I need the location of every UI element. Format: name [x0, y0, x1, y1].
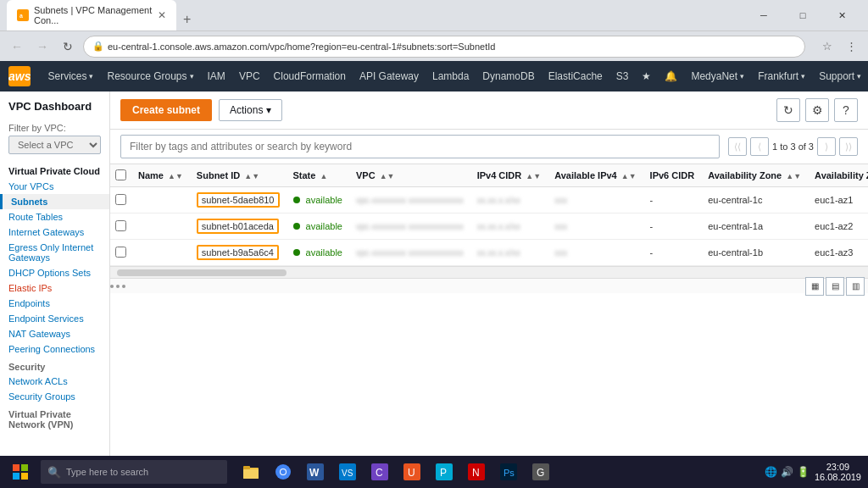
refresh-button[interactable]: ↻: [776, 98, 800, 122]
taskbar-word[interactable]: W: [300, 457, 331, 487]
nav-starred[interactable]: ★: [635, 61, 658, 92]
back-button[interactable]: ←: [7, 36, 27, 57]
nav-s3[interactable]: S3: [609, 61, 636, 92]
col-az-id[interactable]: Availability Zone ID ▲▼: [808, 164, 868, 187]
first-page-button[interactable]: ⟨⟨: [728, 137, 747, 156]
sidebar-item-subnets[interactable]: Subnets: [0, 194, 109, 209]
settings-button[interactable]: ⚙: [805, 98, 829, 122]
taskbar-search-icon: 🔍: [47, 466, 61, 479]
prev-page-button[interactable]: ⟨: [750, 137, 769, 156]
taskbar-vscode[interactable]: VS: [332, 457, 363, 487]
nav-elasticache[interactable]: ElastiCache: [542, 61, 609, 92]
sidebar-item-endpoints[interactable]: Endpoints: [0, 296, 109, 311]
taskbar-app6[interactable]: U: [397, 457, 427, 487]
star-icon: ★: [642, 70, 651, 82]
sidebar-item-security-groups[interactable]: Security Groups: [0, 389, 109, 404]
bookmark-icon[interactable]: ☆: [817, 36, 837, 57]
col-az[interactable]: Availability Zone ▲▼: [701, 164, 808, 187]
sidebar-item-internet-gateways[interactable]: Internet Gateways: [0, 225, 109, 240]
nav-cloudformation[interactable]: CloudFormation: [267, 61, 353, 92]
az-sort-icon: ▲▼: [786, 172, 801, 180]
sidebar-item-elastic-ips[interactable]: Elastic IPs: [0, 280, 109, 296]
nav-resource-groups[interactable]: Resource Groups ▾: [100, 61, 200, 92]
close-button[interactable]: ✕: [822, 3, 861, 28]
taskbar-chrome[interactable]: [268, 457, 298, 487]
sidebar-item-egress-gateways[interactable]: Egress Only Internet Gateways: [0, 240, 109, 265]
maximize-button[interactable]: □: [783, 3, 822, 28]
create-subnet-button[interactable]: Create subnet: [120, 99, 212, 121]
list-view-button[interactable]: ▤: [826, 277, 844, 296]
sidebar-item-route-tables[interactable]: Route Tables: [0, 209, 109, 225]
row-checkbox[interactable]: [115, 247, 126, 258]
taskbar-app5[interactable]: C: [364, 457, 395, 487]
col-name[interactable]: Name ▲▼: [131, 164, 190, 187]
nav-region[interactable]: Frankfurt ▾: [751, 61, 812, 92]
col-ipv4-cidr[interactable]: IPv4 CIDR ▲▼: [470, 164, 548, 187]
row-checkbox-cell: [110, 187, 131, 214]
nav-support[interactable]: Support ▾: [812, 61, 868, 92]
sidebar-item-endpoint-services[interactable]: Endpoint Services: [0, 311, 109, 326]
filter-input[interactable]: [120, 135, 720, 158]
nav-vpc[interactable]: VPC: [232, 61, 267, 92]
row-checkbox[interactable]: [115, 220, 126, 231]
forward-button[interactable]: →: [32, 36, 53, 57]
row-avail-ipv4: xxx: [548, 214, 643, 240]
sidebar-item-dhcp-options[interactable]: DHCP Options Sets: [0, 265, 109, 280]
state-text: available: [306, 221, 342, 231]
help-button[interactable]: ?: [834, 98, 858, 122]
tab-close-button[interactable]: ✕: [158, 9, 166, 21]
subnet-id-highlighted[interactable]: subnet-b9a5a6c4: [197, 245, 279, 260]
h-scroll-bar[interactable]: [110, 266, 868, 278]
browser-menu-icon[interactable]: ⋮: [841, 36, 861, 57]
h-scroll-thumb[interactable]: [117, 269, 287, 276]
taskbar-file-explorer[interactable]: [236, 457, 266, 487]
actions-button[interactable]: Actions ▾: [219, 99, 282, 121]
battery-icon[interactable]: 🔋: [797, 466, 810, 478]
volume-icon[interactable]: 🔊: [781, 466, 793, 478]
network-icon[interactable]: 🌐: [765, 466, 777, 478]
taskbar-photoshop[interactable]: Ps: [493, 457, 524, 487]
row-checkbox[interactable]: [115, 194, 126, 205]
compact-view-button[interactable]: ▥: [846, 277, 865, 296]
taskbar-app8[interactable]: N: [461, 457, 492, 487]
new-tab-button[interactable]: +: [176, 8, 198, 30]
minimize-button[interactable]: ─: [744, 3, 783, 28]
sidebar-item-network-acls[interactable]: Network ACLs: [0, 374, 109, 389]
aws-logo[interactable]: aws: [8, 66, 31, 86]
col-avail-ipv4[interactable]: Available IPv4 ▲▼: [548, 164, 643, 187]
col-vpc[interactable]: VPC ▲▼: [349, 164, 470, 187]
row-ipv6-cidr: -: [643, 214, 702, 240]
nav-services[interactable]: Services ▾: [41, 61, 100, 92]
col-state[interactable]: State ▲: [287, 164, 349, 187]
grid-view-button[interactable]: ▦: [805, 277, 824, 296]
nav-account[interactable]: MedyaNet ▾: [684, 61, 751, 92]
actions-label: Actions: [230, 104, 263, 116]
next-page-button[interactable]: ⟩: [817, 137, 836, 156]
taskbar-search-box[interactable]: 🔍 Type here to search: [41, 460, 227, 484]
sidebar-item-your-vpcs[interactable]: Your VPCs: [0, 179, 109, 194]
nav-api-gateway[interactable]: API Gateway: [353, 61, 426, 92]
start-button[interactable]: [3, 458, 37, 485]
taskbar-app10[interactable]: G: [526, 457, 556, 487]
select-all-checkbox[interactable]: [115, 169, 126, 180]
subnet-id-highlighted[interactable]: subnet-b01aceda: [197, 219, 279, 234]
sidebar-item-nat-gateways[interactable]: NAT Gateways: [0, 326, 109, 341]
view-toggles: ▦ ▤ ▥: [805, 277, 865, 296]
table-row: subnet-b01aceda available vpc-xxxxxxxx x…: [110, 214, 868, 240]
account-caret-icon: ▾: [740, 72, 744, 80]
nav-iam[interactable]: IAM: [201, 61, 232, 92]
aws-logo-text: aws: [8, 69, 31, 83]
last-page-button[interactable]: ⟩⟩: [839, 137, 858, 156]
taskbar-app7[interactable]: P: [429, 457, 459, 487]
taskbar-system-icons: 🌐 🔊 🔋: [765, 466, 810, 478]
col-subnet-id[interactable]: Subnet ID ▲▼: [190, 164, 287, 187]
address-bar[interactable]: 🔒 eu-central-1.console.aws.amazon.com/vp…: [83, 36, 805, 58]
active-tab[interactable]: a Subnets | VPC Management Con... ✕: [7, 0, 176, 30]
reload-button[interactable]: ↻: [58, 36, 78, 57]
nav-lambda[interactable]: Lambda: [426, 61, 476, 92]
nav-bell[interactable]: 🔔: [658, 61, 684, 92]
sidebar-item-peering-connections[interactable]: Peering Connections: [0, 341, 109, 357]
vpc-filter-select[interactable]: Select a VPC: [8, 136, 101, 154]
subnet-id-highlighted[interactable]: subnet-5daeb810: [197, 192, 280, 208]
nav-dynamodb[interactable]: DynamoDB: [476, 61, 541, 92]
